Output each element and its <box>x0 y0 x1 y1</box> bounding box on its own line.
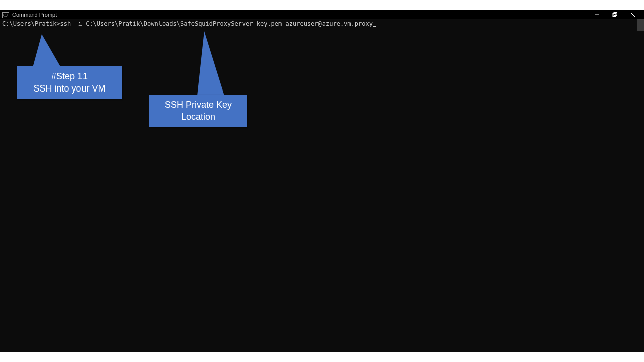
callout-text: #Step 11 SSH into your VM <box>24 70 115 95</box>
svg-text:C:\: C:\ <box>3 13 9 18</box>
command-text: ssh -i C:\Users\Pratik\Downloads\SafeSqu… <box>60 20 373 27</box>
scrollbar-thumb[interactable] <box>637 19 644 31</box>
close-button[interactable] <box>624 10 642 19</box>
command-prompt-window: C:\ Command Prompt C:\Users <box>0 10 644 352</box>
callout-text: SSH Private Key Location <box>156 99 240 123</box>
callout-step11: #Step 11 SSH into your VM <box>17 66 122 99</box>
callout-keylocation: SSH Private Key Location <box>149 95 247 127</box>
titlebar[interactable]: C:\ Command Prompt <box>0 10 644 19</box>
window-title: Command Prompt <box>12 10 57 19</box>
terminal-line: C:\Users\Pratik>ssh -i C:\Users\Pratik\D… <box>0 19 644 28</box>
window-controls <box>588 10 642 19</box>
maximize-button[interactable] <box>606 10 624 19</box>
prompt-text: C:\Users\Pratik> <box>2 20 60 27</box>
text-cursor <box>373 26 376 27</box>
vertical-scrollbar[interactable] <box>637 19 644 352</box>
callout-pointer <box>33 34 61 67</box>
cmd-icon: C:\ <box>2 12 9 18</box>
minimize-button[interactable] <box>588 10 606 19</box>
svg-rect-4 <box>614 13 617 16</box>
callout-pointer <box>197 31 224 96</box>
svg-rect-3 <box>613 14 616 17</box>
